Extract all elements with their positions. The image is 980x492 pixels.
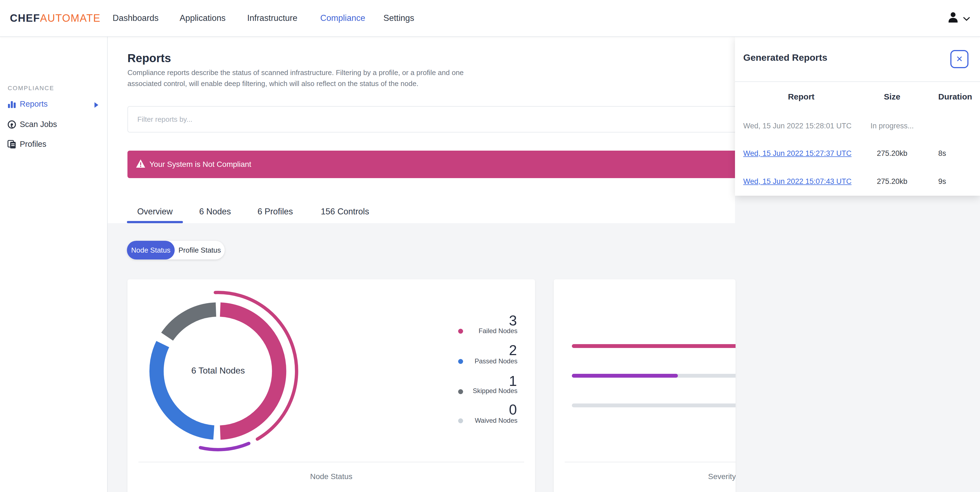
report-duration: 9s <box>938 176 946 187</box>
person-icon <box>947 11 959 25</box>
node-status-card-footer: Node Status <box>127 472 535 481</box>
status-toggle: Node Status Profile Status <box>127 241 225 259</box>
sidebar-section-label: COMPLIANCE <box>8 85 54 92</box>
report-row-in-progress: Wed, 15 Jun 2022 15:28:01 UTC In progres… <box>735 120 980 132</box>
divider <box>565 462 735 462</box>
node-status-card: 6 Total Nodes 3 Failed Nodes 2 Passed No… <box>127 279 535 492</box>
active-tab-underline <box>127 221 183 223</box>
chevron-right-icon <box>94 102 98 108</box>
tab-controls[interactable]: 156 Controls <box>310 201 380 223</box>
chef-automate-logo[interactable]: CHEFAUTOMATE <box>10 0 100 36</box>
sidebar-item-label: Profiles <box>20 140 46 149</box>
donut-passed-segment <box>157 344 214 433</box>
logo-automate: AUTOMATE <box>40 12 100 24</box>
toggle-profile-status[interactable]: Profile Status <box>175 241 225 259</box>
chevron-down-icon <box>963 13 970 23</box>
legend-passed-count: 2 <box>407 342 517 358</box>
report-size: 275.20kb <box>870 147 914 160</box>
column-header-size: Size <box>870 91 914 102</box>
nav-item-applications[interactable]: Applications <box>180 0 226 36</box>
user-menu[interactable] <box>947 0 970 36</box>
divider <box>735 81 980 82</box>
tab-profiles[interactable]: 6 Profiles <box>247 201 303 223</box>
report-timestamp: Wed, 15 Jun 2022 15:28:01 UTC <box>743 120 851 132</box>
legend-failed-count: 3 <box>407 312 517 329</box>
tab-nodes[interactable]: 6 Nodes <box>190 201 240 223</box>
logo-chef: CHEF <box>10 12 40 24</box>
report-row: Wed, 15 Jun 2022 15:27:37 UTC 275.20kb 8… <box>735 147 980 160</box>
toggle-label: Node Status <box>127 241 175 259</box>
report-size: 275.20kb <box>870 176 914 187</box>
sidebar-item-label: Scan Jobs <box>20 120 57 129</box>
donut-center-label: 6 Total Nodes <box>127 366 309 376</box>
severity-bar-minor[interactable] <box>572 404 735 407</box>
legend-skipped-count: 1 <box>407 373 517 389</box>
close-icon[interactable]: ✕ <box>950 50 969 68</box>
toggle-node-status[interactable]: Node Status <box>127 241 175 259</box>
app-window: CHEFAUTOMATE Dashboards Applications Inf… <box>0 0 980 492</box>
report-download-link[interactable]: Wed, 15 Jun 2022 15:07:43 UTC <box>743 177 851 185</box>
legend-passed-label[interactable]: Passed Nodes <box>407 357 517 365</box>
tab-label: 6 Nodes <box>199 207 231 216</box>
panel-title: Generated Reports <box>743 52 827 63</box>
top-navigation: CHEFAUTOMATE Dashboards Applications Inf… <box>0 0 980 37</box>
page-description: Compliance reports describe the status o… <box>127 67 484 89</box>
divider <box>138 462 524 462</box>
documents-icon <box>7 140 16 149</box>
report-download-link[interactable]: Wed, 15 Jun 2022 15:27:37 UTC <box>743 149 851 158</box>
severity-bar-major[interactable] <box>572 374 678 378</box>
severity-card-footer: Severity <box>708 472 735 481</box>
tab-label: 6 Profiles <box>257 207 293 216</box>
nav-item-dashboards[interactable]: Dashboards <box>113 0 159 36</box>
legend-waived-label[interactable]: Waived Nodes <box>407 417 517 424</box>
donut-skipped-segment <box>167 310 216 337</box>
outer-arc-major <box>200 443 249 450</box>
sidebar-item-label: Reports <box>20 99 48 109</box>
nav-item-settings[interactable]: Settings <box>383 0 414 36</box>
alert-message: Your System is Not Compliant <box>150 151 251 178</box>
generated-reports-panel: Generated Reports ✕ Report Size Duration… <box>735 36 980 196</box>
report-row: Wed, 15 Jun 2022 15:07:43 UTC 275.20kb 9… <box>735 176 980 187</box>
compliance-sidebar: COMPLIANCE Reports Scan Jobs Profiles <box>0 36 108 492</box>
tab-label: Overview <box>137 207 172 216</box>
tab-overview[interactable]: Overview <box>127 201 183 223</box>
legend-skipped-label[interactable]: Skipped Nodes <box>407 387 517 395</box>
legend-waived-count: 0 <box>407 401 517 418</box>
nav-item-infrastructure[interactable]: Infrastructure <box>247 0 298 36</box>
sidebar-item-scan-jobs[interactable]: Scan Jobs <box>0 119 107 132</box>
scan-target-icon <box>7 120 16 129</box>
report-size: In progress... <box>870 120 914 132</box>
page-title: Reports <box>127 52 171 65</box>
column-header-report: Report <box>743 91 859 102</box>
legend-failed-label[interactable]: Failed Nodes <box>407 327 517 335</box>
severity-card: Severity <box>554 279 735 492</box>
warning-triangle-icon <box>136 159 146 168</box>
bar-chart-icon <box>7 99 16 109</box>
sidebar-item-profiles[interactable]: Profiles <box>0 139 107 152</box>
tab-label: 156 Controls <box>321 207 369 216</box>
sidebar-item-reports[interactable]: Reports <box>0 98 107 112</box>
severity-bar-critical[interactable] <box>572 344 735 348</box>
report-duration: 8s <box>938 147 946 160</box>
nav-item-compliance[interactable]: Compliance <box>320 0 365 36</box>
column-header-duration: Duration <box>938 91 972 102</box>
